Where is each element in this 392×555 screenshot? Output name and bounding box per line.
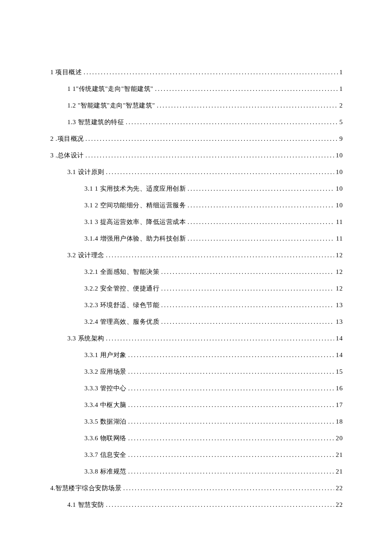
toc-leader-dots	[157, 102, 338, 109]
toc-entry: 3.3.2 应用场景15	[50, 368, 343, 376]
toc-leader-dots	[128, 385, 334, 392]
toc-entry-label: 3.3.1 用户对象	[84, 351, 127, 359]
toc-page: 1 项目概述11 1"传统建筑"走向"智能建筑"11.2 "智能建筑"走向"智慧…	[0, 0, 392, 555]
toc-entry-page: 10	[336, 185, 343, 192]
toc-entry-label: 3.1 1 实用技术为先、适度应用创新	[84, 185, 186, 193]
toc-entry-page: 1	[340, 85, 343, 93]
toc-entry-page: 9	[340, 135, 343, 142]
toc-entry-label: 4.智慧楼宇综合安防场景	[50, 484, 121, 492]
toc-entry-label: 1.2 "智能建筑"走向"智慧建筑"	[67, 102, 155, 110]
toc-entry-label: 3.3 系统架构	[67, 334, 104, 343]
toc-leader-dots	[187, 202, 334, 209]
toc-leader-dots	[86, 135, 338, 142]
toc-entry-label: 3.2.2 安全管控、便捷通行	[84, 285, 159, 293]
toc-entry-label: 3.3.2 应用场景	[84, 368, 127, 376]
toc-leader-dots	[106, 169, 334, 176]
toc-entry: 3 .总体设计10	[50, 151, 343, 160]
toc-entry-label: 1 1"传统建筑"走向"智能建筑"	[67, 85, 153, 93]
toc-entry-page: 22	[336, 485, 343, 492]
toc-entry-page: 17	[336, 401, 343, 409]
toc-entry: 1 1"传统建筑"走向"智能建筑"1	[50, 85, 343, 93]
toc-leader-dots	[128, 368, 334, 375]
toc-entry-page: 21	[336, 468, 343, 475]
toc-entry: 3.2.2 安全管控、便捷通行12	[50, 285, 343, 293]
toc-entry-page: 15	[336, 368, 343, 375]
toc-entry-label: 3.3.6 物联网络	[84, 434, 127, 442]
toc-entry-label: 3.3.7 信息安全	[84, 451, 127, 459]
toc-entry: 3.3.3 管控中心16	[50, 384, 343, 392]
toc-entry: 3.3.5 数据湖泊18	[50, 418, 343, 426]
toc-entry-label: 1.3 智慧建筑的特征	[67, 118, 124, 126]
toc-leader-dots	[123, 485, 334, 492]
toc-entry: 3.2.1 全面感知、智能决策12	[50, 268, 343, 276]
toc-leader-dots	[86, 152, 334, 159]
toc-entry-page: 5	[340, 119, 343, 126]
toc-entry-label: 3.3.5 数据湖泊	[84, 418, 127, 426]
toc-entry-page: 20	[336, 435, 343, 442]
toc-entry: 3.3.6 物联网络20	[50, 434, 343, 442]
toc-entry-page: 18	[336, 418, 343, 425]
toc-entry: 3.1 1 实用技术为先、适度应用创新10	[50, 185, 343, 193]
toc-leader-dots	[161, 318, 334, 325]
toc-leader-dots	[84, 69, 337, 76]
toc-leader-dots	[128, 352, 334, 359]
toc-entry: 3.2 设计理念12	[50, 251, 343, 259]
toc-entry-page: 12	[336, 268, 343, 276]
toc-entry-page: 13	[336, 318, 343, 325]
toc-leader-dots	[161, 268, 334, 276]
toc-entry: 3.2.3 环境舒适、绿色节能13	[50, 301, 343, 309]
toc-entry-page: 12	[336, 252, 343, 259]
toc-leader-dots	[106, 501, 334, 509]
toc-entry-page: 21	[336, 451, 343, 459]
toc-leader-dots	[106, 335, 334, 342]
toc-entry: 3.1 设计原则10	[50, 168, 343, 176]
toc-entry: 2 .项目概况9	[50, 135, 343, 143]
toc-leader-dots	[128, 418, 334, 425]
toc-entry-label: 3.1 设计原则	[67, 168, 104, 176]
toc-entry-label: 3.2.4 管理高效、服务优质	[84, 318, 159, 326]
toc-entry-page: 16	[336, 385, 343, 392]
toc-leader-dots	[106, 252, 334, 259]
toc-entry-page: 10	[336, 152, 343, 159]
toc-entry-label: 3.2.3 环境舒适、绿色节能	[84, 301, 159, 309]
toc-entry-page: 2	[340, 102, 343, 109]
toc-entry: 4.1 智慧安防22	[50, 501, 343, 509]
toc-leader-dots	[187, 235, 334, 242]
toc-entry: 3.3.8 标准规范21	[50, 468, 343, 476]
toc-entry-label: 3.3.4 中枢大脑	[84, 401, 127, 409]
toc-entry-page: 12	[336, 285, 343, 292]
toc-leader-dots	[161, 302, 334, 309]
toc-entry: 3.2.4 管理高效、服务优质13	[50, 318, 343, 326]
toc-leader-dots	[126, 119, 338, 126]
toc-entry-page: 14	[336, 352, 343, 359]
toc-entry: 3.3.1 用户对象14	[50, 351, 343, 359]
toc-entry-label: 4.1 智慧安防	[67, 501, 104, 509]
toc-entry: 3.1.4 增强用户体验、助力科技创新11	[50, 235, 343, 243]
toc-leader-dots	[187, 218, 334, 226]
toc-entry: 1.2 "智能建筑"走向"智慧建筑"2	[50, 102, 343, 110]
toc-entry-page: 13	[336, 302, 343, 309]
toc-entry-label: 3.3.8 标准规范	[84, 468, 127, 476]
toc-entry-label: 3.1.4 增强用户体验、助力科技创新	[84, 235, 186, 243]
toc-entry-page: 10	[336, 202, 343, 209]
toc-leader-dots	[161, 285, 334, 292]
toc-entry-page: 14	[336, 335, 343, 342]
toc-entry-label: 3.3.3 管控中心	[84, 384, 127, 392]
toc-entry-label: 2 .项目概况	[50, 135, 84, 143]
toc-leader-dots	[128, 451, 334, 459]
toc-leader-dots	[187, 185, 334, 192]
toc-entry: 3.1 3 提高运营效率、降低运营成本11	[50, 218, 343, 226]
toc-entry-label: 3.2.1 全面感知、智能决策	[84, 268, 159, 276]
toc-entry: 1.3 智慧建筑的特征5	[50, 118, 343, 126]
toc-entry-label: 3.1 2 空间功能细分、精细运营服务	[84, 201, 186, 209]
toc-leader-dots	[155, 85, 338, 93]
toc-entry-page: 11	[336, 218, 343, 226]
toc-leader-dots	[128, 401, 334, 409]
toc-entry-page: 22	[336, 501, 343, 509]
toc-entry-label: 3 .总体设计	[50, 151, 84, 160]
toc-entry-page: 10	[336, 169, 343, 176]
toc-entry-label: 3.2 设计理念	[67, 251, 104, 259]
toc-entry: 3.3.4 中枢大脑17	[50, 401, 343, 409]
toc-entry: 1 项目概述1	[50, 68, 343, 76]
toc-leader-dots	[128, 435, 334, 442]
